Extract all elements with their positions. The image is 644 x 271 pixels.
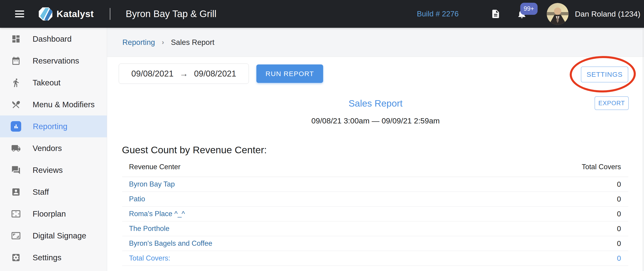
chevron-right-icon: ›: [162, 38, 164, 46]
sidebar-item-label: Vendors: [32, 144, 62, 153]
sidebar-item-settings[interactable]: Settings: [0, 247, 107, 269]
table-row: The Porthole 0: [122, 221, 628, 236]
column-header-revenue-center: Revenue Center: [122, 163, 582, 171]
sidebar-item-label: Reporting: [33, 122, 68, 131]
export-button[interactable]: EXPORT: [594, 96, 629, 110]
person-badge-icon: [11, 187, 21, 197]
truck-icon: [11, 143, 21, 153]
sidebar-item-label: Menu & Modifiers: [32, 100, 94, 109]
notification-badge: 99+: [520, 3, 538, 15]
start-date-value[interactable]: 09/08/2021: [131, 69, 174, 79]
aspect-ratio-icon: [11, 231, 21, 241]
date-range-input[interactable]: 09/08/2021 → 09/08/2021: [119, 63, 249, 84]
brand-name: Katalyst: [56, 9, 94, 19]
report-date-range: 09/08/21 3:00am — 09/09/21 2:59am: [107, 116, 644, 125]
crossed-utensils-icon: [11, 100, 21, 109]
user-avatar[interactable]: [547, 3, 568, 25]
revenue-center-link[interactable]: Byron's Bagels and Coffee: [122, 239, 617, 248]
section-heading: Guest Count by Revenue Center:: [122, 144, 267, 156]
bar-chart-icon: [11, 121, 21, 132]
sidebar-item-menu-modifiers[interactable]: Menu & Modifiers: [0, 94, 107, 115]
revenue-center-link[interactable]: The Porthole: [122, 225, 617, 233]
settings-button[interactable]: SETTINGS: [581, 66, 628, 82]
sidebar-item-vendors[interactable]: Vendors: [0, 137, 107, 159]
table-header-row: Revenue Center Total Covers: [122, 157, 628, 177]
walking-person-icon: [11, 78, 21, 87]
overscan-icon: [11, 209, 21, 219]
menu-icon[interactable]: [15, 10, 24, 17]
revenue-center-link[interactable]: Byron Bay Tap: [122, 180, 617, 188]
sidebar-item-label: Dashboard: [32, 34, 72, 43]
total-covers-value: 0: [617, 254, 628, 263]
report-content: 09/08/2021 → 09/08/2021 RUN REPORT SETTI…: [107, 57, 644, 271]
sidebar-item-label: Reservations: [32, 56, 79, 65]
katalyst-logo: Katalyst: [38, 7, 94, 21]
breadcrumb-reporting-link[interactable]: Reporting: [122, 38, 155, 47]
arrow-right-icon: →: [180, 69, 188, 79]
sidebar-item-label: Staff: [32, 187, 49, 197]
build-number-link[interactable]: Build # 2276: [417, 9, 458, 18]
report-title: Sales Report: [107, 98, 644, 109]
breadcrumb: Reporting › Sales Report: [107, 28, 644, 57]
calendar-icon: [11, 56, 21, 66]
notifications-button[interactable]: 99+: [516, 9, 527, 19]
sidebar-item-label: Reviews: [32, 166, 63, 175]
column-header-total-covers: Total Covers: [582, 163, 628, 171]
run-report-button[interactable]: RUN REPORT: [256, 64, 323, 83]
user-name[interactable]: Dan Roland (1234): [575, 9, 640, 18]
sidebar-item-reservations[interactable]: Reservations: [0, 50, 107, 72]
venue-title: Byron Bay Tap & Grill: [126, 8, 216, 19]
revenue-center-link[interactable]: Patio: [122, 195, 617, 203]
table-row: Roma's Place ^_^ 0: [122, 207, 628, 221]
revenue-center-link[interactable]: Roma's Place ^_^: [122, 210, 617, 218]
topbar-actions: Build # 2276 99+: [417, 3, 644, 25]
sidebar-item-reviews[interactable]: Reviews: [0, 159, 107, 181]
katalyst-logo-icon: [38, 7, 53, 21]
sidebar-item-staff[interactable]: Staff: [0, 181, 107, 203]
sidebar-item-label: Floorplan: [32, 209, 66, 218]
table-total-row: Total Covers: 0: [122, 251, 628, 266]
sidebar-item-floorplan[interactable]: Floorplan: [0, 203, 107, 225]
table-row: Byron Bay Tap 0: [122, 177, 628, 192]
table-row: Byron's Bagels and Coffee 0: [122, 236, 628, 251]
covers-value: 0: [617, 225, 628, 233]
top-bar: Katalyst Byron Bay Tap & Grill Build # 2…: [0, 0, 644, 28]
covers-value: 0: [617, 180, 628, 189]
gear-square-icon: [11, 253, 21, 262]
sidebar-item-label: Takeout: [32, 78, 60, 87]
sidebar: Dashboard Reservations Takeout Menu & Mo…: [0, 28, 107, 271]
sidebar-item-digital-signage[interactable]: Digital Signage: [0, 225, 107, 247]
sidebar-item-reporting[interactable]: Reporting: [0, 115, 107, 137]
topbar-divider: [110, 8, 110, 20]
document-icon[interactable]: [491, 9, 501, 19]
end-date-value[interactable]: 09/08/2021: [194, 69, 236, 79]
breadcrumb-current: Sales Report: [171, 38, 214, 47]
sidebar-item-label: Digital Signage: [32, 231, 86, 240]
sidebar-item-label: Settings: [32, 253, 61, 262]
sidebar-item-dashboard[interactable]: Dashboard: [0, 28, 107, 50]
table-row: Patio 0: [122, 192, 628, 207]
app-window: Katalyst Byron Bay Tap & Grill Build # 2…: [0, 0, 644, 271]
scrollbar-track: [643, 28, 643, 271]
chat-bubbles-icon: [11, 165, 21, 175]
guest-count-table: Revenue Center Total Covers Byron Bay Ta…: [122, 157, 628, 266]
sidebar-item-takeout[interactable]: Takeout: [0, 72, 107, 94]
total-covers-label: Total Covers:: [122, 254, 617, 262]
dashboard-icon: [11, 34, 21, 44]
covers-value: 0: [617, 239, 628, 248]
covers-value: 0: [617, 195, 628, 203]
covers-value: 0: [617, 210, 628, 218]
